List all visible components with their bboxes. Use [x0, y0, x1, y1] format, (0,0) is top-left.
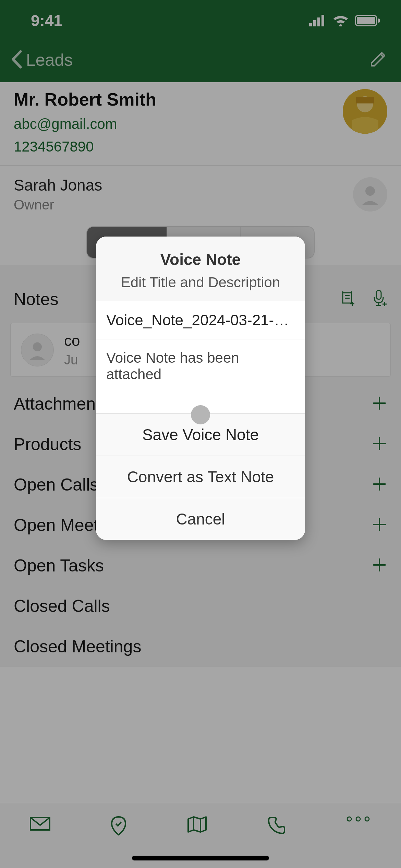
- convert-text-note-button[interactable]: Convert as Text Note: [96, 456, 305, 498]
- home-indicator[interactable]: [132, 856, 269, 860]
- voice-note-description-input[interactable]: Voice Note has been attached: [96, 339, 305, 414]
- modal-header: Voice Note Edit Title and Description: [96, 237, 305, 301]
- cancel-button[interactable]: Cancel: [96, 498, 305, 540]
- voice-note-title-input[interactable]: Voice_Note_2024-03-21-12-...: [96, 301, 305, 339]
- touch-indicator: [191, 405, 210, 424]
- voice-note-modal: Voice Note Edit Title and Description Vo…: [96, 237, 305, 540]
- modal-subtitle: Edit Title and Description: [106, 274, 295, 291]
- modal-title: Voice Note: [106, 250, 295, 269]
